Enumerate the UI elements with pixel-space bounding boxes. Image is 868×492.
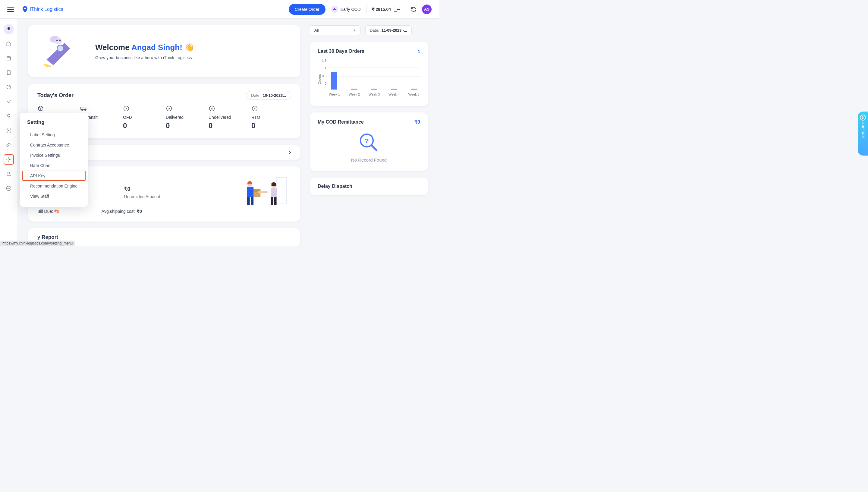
- svg-point-19: [55, 38, 62, 44]
- sidebar-item-integrations[interactable]: [4, 125, 14, 136]
- truck-icon: [80, 105, 87, 112]
- early-cod-label: Early COD: [340, 7, 361, 12]
- popover-item-rate-chart[interactable]: Rate Chart: [22, 161, 85, 171]
- svg-point-24: [85, 109, 86, 110]
- stat-ofd[interactable]: OFD0: [123, 105, 163, 130]
- sidebar-item-user[interactable]: [4, 169, 14, 179]
- unremitted-amount: ₹0: [124, 186, 160, 192]
- avatar[interactable]: AS: [422, 4, 432, 14]
- svg-rect-22: [81, 107, 84, 109]
- popover-item-view-staff[interactable]: View Staff: [22, 191, 85, 201]
- svg-rect-36: [251, 197, 253, 205]
- svg-point-14: [7, 188, 8, 189]
- sidebar-item-orders[interactable]: [4, 53, 14, 63]
- sidebar-item-ndr[interactable]: [4, 96, 14, 107]
- svg-point-9: [10, 131, 10, 132]
- delay-dispatch-card[interactable]: Delay Dispatch: [310, 177, 428, 195]
- svg-rect-40: [274, 197, 277, 205]
- sidebar-item-tracking[interactable]: [4, 82, 14, 92]
- popover-item-label-setting[interactable]: Label Setting: [22, 130, 85, 140]
- rocket-illustration: [39, 33, 84, 69]
- svg-point-7: [10, 128, 10, 129]
- stat-undelivered[interactable]: Undelivered0: [209, 105, 248, 130]
- svg-rect-3: [7, 71, 10, 74]
- todays-order-title: Today's Order: [37, 92, 74, 99]
- cod-remittance-card: My COD Remittance ₹0 ? No Record Found: [310, 113, 428, 171]
- date-range-picker[interactable]: Date: 11-09-2023 -...: [365, 25, 412, 35]
- stat-rto[interactable]: RTO0: [251, 105, 291, 130]
- return-circle-icon: [251, 105, 258, 112]
- unremitted-label: Unremitted Amount: [124, 194, 160, 199]
- today-date-filter[interactable]: Date: 10-10-2023...: [246, 91, 291, 100]
- svg-point-6: [7, 128, 7, 129]
- check-circle-icon: [166, 105, 172, 112]
- svg-point-15: [8, 188, 9, 189]
- svg-point-16: [9, 188, 10, 189]
- orders-bar-chart: Orders 1.510.50 Week 1Week 2Week 3Week 4…: [318, 58, 420, 100]
- svg-rect-39: [271, 197, 273, 205]
- sidebar-item-tools[interactable]: [4, 140, 14, 150]
- svg-point-25: [124, 106, 129, 111]
- filter-select[interactable]: All▼: [310, 25, 360, 35]
- svg-point-8: [7, 131, 7, 132]
- gear-icon: [6, 156, 12, 163]
- chart-ylabel: Orders: [318, 74, 321, 84]
- status-url: https://my.ithinklogistics.com/#setting_…: [0, 241, 75, 246]
- svg-point-21: [59, 40, 61, 41]
- popover-item-contract[interactable]: Contract Acceptance: [22, 140, 85, 150]
- map-pin-icon: [22, 6, 28, 13]
- no-record-text: No Record Found: [351, 157, 387, 163]
- sidebar: [0, 19, 18, 246]
- last-30-days-card: Last 30 Days Orders 1 Orders 1.510.50: [310, 42, 428, 106]
- cod-remit-title: My COD Remittance: [318, 119, 364, 125]
- welcome-card: Welcome Angad Singh! 👋 Grow your busines…: [28, 25, 300, 77]
- sidebar-item-manifest[interactable]: [4, 68, 14, 78]
- filter-row: All▼ Date: 11-09-2023 -...: [310, 25, 428, 35]
- brand-name: iThink Logistics: [30, 7, 63, 12]
- refresh-icon[interactable]: [410, 6, 416, 13]
- welcome-heading: Welcome Angad Singh! 👋: [95, 43, 194, 52]
- orders30-count: 1: [418, 49, 420, 54]
- create-order-button[interactable]: Create Order: [289, 4, 326, 15]
- settings-popover: Setting Label Setting Contract Acceptanc…: [20, 113, 88, 207]
- delivery-illustration: [242, 175, 290, 208]
- svg-point-10: [8, 130, 9, 131]
- chevron-down-icon: ▼: [353, 29, 356, 32]
- balance-amount: ₹ 2915.04: [372, 7, 391, 12]
- sidebar-item-home[interactable]: [4, 39, 14, 49]
- svg-point-12: [8, 172, 10, 174]
- stat-delivered[interactable]: Delivered0: [166, 105, 206, 130]
- svg-point-28: [252, 106, 257, 111]
- orders30-title: Last 30 Days Orders: [318, 49, 364, 54]
- svg-point-0: [24, 7, 26, 9]
- popover-heading: Setting: [20, 119, 88, 130]
- sidebar-item-profile[interactable]: [4, 24, 14, 34]
- brand-logo[interactable]: iThink Logistics: [22, 6, 63, 13]
- chart-yaxis: 1.510.50: [322, 59, 328, 85]
- crown-icon: [331, 6, 338, 13]
- sidebar-item-settings[interactable]: [4, 154, 14, 165]
- sidebar-item-more[interactable]: [4, 183, 14, 194]
- svg-rect-38: [271, 188, 277, 197]
- divider: [366, 5, 366, 14]
- sidebar-item-insights[interactable]: [4, 111, 14, 121]
- magnifier-question-icon: ?: [358, 132, 379, 153]
- popover-item-invoice[interactable]: Invoice Settings: [22, 150, 85, 161]
- box-icon: [37, 105, 44, 112]
- svg-point-26: [167, 106, 172, 111]
- svg-rect-2: [7, 57, 10, 60]
- svg-rect-34: [247, 187, 253, 197]
- svg-point-23: [82, 109, 83, 110]
- svg-text:?: ?: [365, 137, 369, 145]
- svg-rect-35: [247, 197, 250, 205]
- early-cod-badge[interactable]: Early COD: [331, 6, 361, 13]
- svg-point-1: [7, 27, 10, 29]
- wallet-balance[interactable]: ₹ 2915.04: [372, 7, 400, 12]
- popover-item-api-key[interactable]: API Key: [22, 171, 85, 181]
- svg-rect-30: [277, 178, 286, 203]
- popover-item-reco-engine[interactable]: Recommendation Engine: [22, 181, 85, 191]
- welcome-subtitle: Grow your business like a hero with iThi…: [95, 55, 194, 60]
- hamburger-menu-icon[interactable]: [7, 7, 14, 12]
- divider: [405, 5, 405, 14]
- svg-point-18: [57, 45, 63, 52]
